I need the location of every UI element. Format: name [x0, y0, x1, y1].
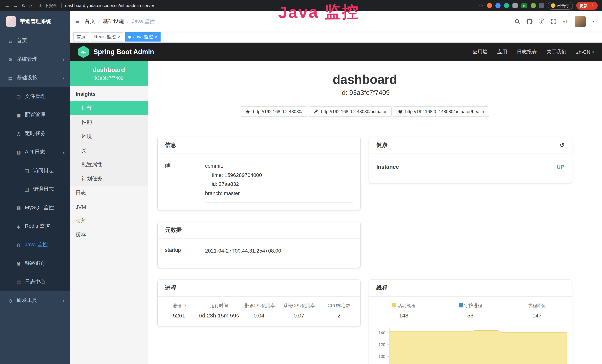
tag-home[interactable]: 首页 [74, 32, 89, 42]
breadcrumb: 首页 / 基础设施 / Java 监控 [85, 18, 155, 25]
sidebar-item-label: API 日志 [25, 149, 45, 155]
stat-system-cpu: 系统CPU使用率 0.07 [279, 302, 319, 318]
sba-item-metrics[interactable]: 性能 [70, 115, 148, 129]
sba-item-details[interactable]: 细节 [70, 101, 148, 115]
sidebar-item-api-logs[interactable]: ▥ API 日志 ▴ [0, 143, 70, 161]
history-icon[interactable]: ↺ [559, 142, 564, 148]
github-icon[interactable] [527, 18, 532, 24]
sba-nav-wall[interactable]: 应用墙 [473, 49, 487, 55]
sidebar-item-config-management[interactable]: ▣ 配置管理 [0, 106, 70, 124]
sba-item-jvm[interactable]: JVM [70, 200, 148, 214]
access-log-icon: ▨ [24, 168, 30, 173]
extension-puzzle-icon[interactable] [539, 3, 544, 8]
bookmark-star-icon[interactable]: ☆ [479, 3, 483, 8]
sba-nav-applications[interactable]: 应用 [497, 49, 507, 55]
sba-locale-select[interactable]: zh-CN ▾ [576, 49, 594, 55]
stat-cpu-cores: CPU核心数 2 [319, 302, 359, 318]
sba-item-classes[interactable]: 类 [70, 143, 148, 158]
git-branch-line: branch: master [205, 189, 353, 198]
service-url-button[interactable]: http://192.168.0.2:48080/ [241, 107, 307, 117]
extension-icon[interactable] [530, 3, 536, 8]
font-size-icon[interactable]: TT [563, 18, 569, 24]
breadcrumb-separator: / [127, 18, 129, 24]
sba-nav-about[interactable]: 关于我们 [546, 49, 566, 55]
stat-value: 0.04 [239, 312, 279, 318]
sba-logo-icon[interactable] [78, 46, 89, 58]
sidebar-item-redis-monitor[interactable]: ◈ Redis 监控 [0, 217, 70, 236]
sba-item-mappings[interactable]: 映射 [70, 214, 148, 228]
refresh-icon[interactable]: ↻ [22, 3, 26, 8]
screen: Java 监控 ← → ↻ ⌂ ⚠ 不安全 dashboard.yudao.io… [0, 0, 602, 364]
stat-uptime: 运行时间 6d 23h 15m 59s [199, 302, 239, 318]
tag-redis-monitor[interactable]: Redis 监控 × [91, 32, 123, 42]
extension-icon[interactable] [495, 3, 500, 8]
extension-on-badge[interactable]: on [521, 3, 527, 8]
extension-icon[interactable] [504, 3, 509, 8]
breadcrumb-home[interactable]: 首页 [85, 18, 95, 25]
spring-boot-admin: Spring Boot Admin 应用墙 应用 日志报表 关于我们 zh-CN… [70, 43, 602, 364]
app-logo[interactable]: 芋道管理系统 [0, 11, 70, 32]
extensions-grid-icon[interactable] [512, 3, 517, 8]
sba-item-caches[interactable]: 缓存 [70, 228, 148, 242]
clock-icon: ◷ [16, 131, 22, 136]
sidebar-item-access-logs[interactable]: ▨ 访问日志 [0, 161, 70, 180]
cards-grid: 信息 git commit: time: 1596289704000 [158, 137, 572, 364]
extension-icon[interactable] [487, 3, 492, 8]
hamburger-icon[interactable]: ≡ [75, 17, 79, 25]
sidebar-item-system-management[interactable]: ⚙ 系统管理 ▾ [0, 50, 70, 69]
sba-instance-header[interactable]: dashboard 93a3fc7f7409 [70, 61, 148, 86]
legend-label: 线程峰值 [528, 303, 546, 308]
chevron-down-icon: ▾ [63, 57, 64, 61]
sidebar-item-mysql-monitor[interactable]: ▦ MySQL 监控 [0, 198, 70, 217]
sba-nav-journal[interactable]: 日志报表 [517, 49, 537, 55]
sba-item-scheduled-tasks[interactable]: 计划任务 [70, 172, 148, 186]
forward-icon[interactable]: → [13, 3, 18, 8]
actuator-url-button[interactable]: http://192.168.0.2:48080/actuator [309, 107, 392, 117]
sidebar-item-log-center[interactable]: ▩ 日志中心 [0, 273, 70, 291]
avatar[interactable] [575, 16, 586, 27]
sidebar-item-file-management[interactable]: ▢ 文件管理 [0, 87, 70, 106]
avatar-caret-icon[interactable]: ▾ [592, 20, 594, 23]
threads-card-title: 线程 [376, 284, 387, 291]
health-url-button[interactable]: http://192.168.0.2:48080/actuator/health [393, 107, 489, 117]
git-commit-line: commit: [205, 161, 353, 171]
search-icon[interactable] [514, 18, 520, 24]
tag-java-monitor[interactable]: Java 监控 × [125, 32, 160, 42]
sba-insights-group: 细节 性能 环境 类 配置属性 计划任务 [70, 101, 148, 186]
profile-paused-badge[interactable]: 已暂停 [548, 2, 573, 10]
y-axis-tick: 120 [373, 342, 385, 347]
update-label: 更新 [579, 3, 588, 8]
health-url-label: http://192.168.0.2:48080/actuator/health [405, 109, 484, 114]
sidebar-item-label: 配置管理 [25, 112, 46, 118]
breadcrumb-infrastructure[interactable]: 基础设施 [103, 18, 124, 25]
metadata-row-startup: startup 2021-04-27T00:44:31.254+08:00 [165, 241, 353, 260]
close-icon[interactable]: × [118, 35, 120, 39]
update-button[interactable]: 更新 ⋮ [576, 2, 598, 10]
close-icon[interactable]: × [155, 35, 157, 39]
sidebar-item-label: 错误日志 [33, 186, 54, 193]
sidebar-item-tracing[interactable]: ◉ 链路追踪 [0, 254, 70, 273]
sidebar-item-scheduled-jobs[interactable]: ◷ 定时任务 [0, 124, 70, 143]
sidebar-item-infrastructure[interactable]: ▤ 基础设施 ▴ [0, 69, 70, 87]
sba-item-environment[interactable]: 环境 [70, 129, 148, 143]
app-sidebar: 芋道管理系统 ⌂ 首页 ⚙ 系统管理 ▾ ▤ 基础设施 ▴ [0, 11, 70, 364]
stat-label: 进程CPU使用率 [239, 302, 279, 309]
chevron-up-icon: ▴ [63, 76, 64, 80]
instance-name: dashboard [74, 66, 144, 74]
sba-item-configprops[interactable]: 配置属性 [70, 158, 148, 172]
sba-item-loggers[interactable]: 日志 [70, 186, 148, 200]
help-icon[interactable]: ? [539, 19, 544, 24]
back-icon[interactable]: ← [4, 3, 10, 8]
info-value: commit: time: 1596289704000 id: 27aa832 … [205, 161, 353, 203]
browser-toolbar: ← → ↻ ⌂ ⚠ 不安全 dashboard.yudao.iocoder.cn… [0, 0, 602, 11]
address-bar[interactable]: ⚠ 不安全 dashboard.yudao.iocoder.cn/infra/a… [39, 3, 154, 8]
browser-home-icon[interactable]: ⌂ [29, 3, 32, 8]
fullscreen-icon[interactable] [551, 18, 557, 24]
app-menu: ⌂ 首页 ⚙ 系统管理 ▾ ▤ 基础设施 ▴ ▢ 文件管理 [0, 32, 70, 310]
sidebar-item-java-monitor[interactable]: ◍ Java 监控 [0, 236, 70, 254]
kebab-menu-icon[interactable]: ⋮ [590, 3, 594, 8]
sidebar-item-dev-tools[interactable]: ◇ 研发工具 ▾ [0, 291, 70, 310]
sidebar-item-home[interactable]: ⌂ 首页 [0, 32, 70, 50]
tags-bar: 首页 Redis 监控 × Java 监控 × [70, 32, 602, 43]
sidebar-item-error-logs[interactable]: ▧ 错误日志 [0, 180, 70, 198]
